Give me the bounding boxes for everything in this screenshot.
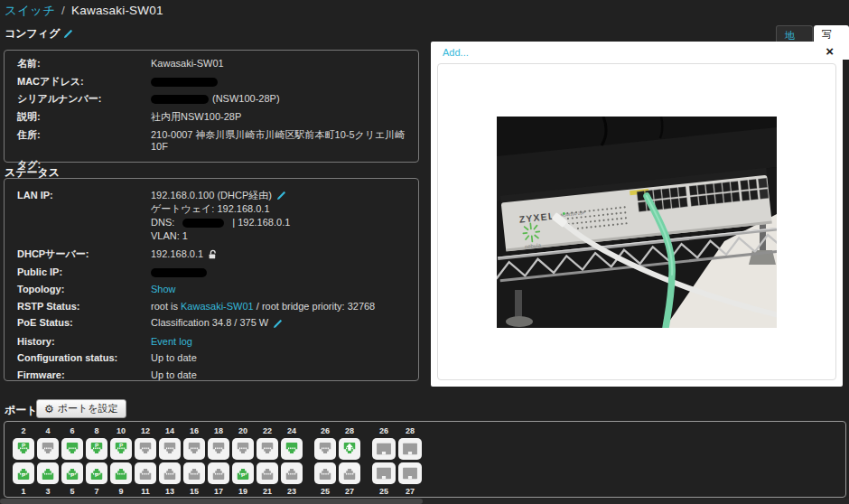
dns-secondary: | 192.168.0.1 [232,217,290,229]
port-number: 19 [238,487,247,496]
field-label: 住所: [17,129,151,154]
ports-section-title: ポート [5,403,38,418]
field-label: Firmware: [17,369,151,382]
port-7-rj45-icon[interactable]: P [86,462,107,484]
field-label: Configuration status: [17,352,151,365]
port-number: 1 [21,487,25,496]
port-number: 28 [406,426,415,435]
port-13-rj45-icon[interactable] [159,462,181,484]
port-12-rj45-icon[interactable] [135,438,156,460]
port-9-rj45-icon[interactable] [110,462,132,484]
breadcrumb-separator: / [61,4,65,17]
field-label: History: [17,336,151,349]
port-15-rj45-icon[interactable] [183,462,205,484]
status-row-config-status: Configuration status: Up to date [17,352,406,365]
port-10-rj45-icon[interactable]: P [110,438,132,460]
port-column: 2PP1 [13,426,34,496]
port-27-rj45-icon[interactable] [339,462,360,484]
port-group-rj45: 2PP1436P58PP710P9121114131615181720P1922… [13,426,303,496]
unlock-icon[interactable] [208,249,219,260]
photo-panel: Add... × ZYXEL NSW100-28P [431,42,843,387]
svg-text:P: P [22,442,25,448]
status-row-poe: PoE Status: Classification 34.8 / 375 W [17,317,406,331]
add-photo-link[interactable]: Add... [443,47,469,58]
poe-status-value: Classification 34.8 / 375 W [151,317,268,330]
port-number: 4 [45,426,50,435]
redacted-dns [182,219,224,228]
port-number: 25 [321,487,330,496]
port-26-rj45-icon[interactable] [314,438,336,460]
configure-ports-button[interactable]: ⚙ ポートを設定 [36,399,126,418]
port-4-rj45-icon[interactable] [37,438,59,460]
port-28-rj45-icon[interactable] [339,438,360,460]
port-number: 22 [263,426,272,435]
field-label: Topology: [17,284,151,296]
config-section-title: コンフィグ [5,26,73,42]
port-column: 2625 [314,426,336,496]
field-label: DHCPサーバー: [17,248,151,262]
topology-show-link[interactable]: Show [151,284,176,294]
port-number: 27 [345,487,354,496]
field-label: LAN IP: [17,190,151,244]
port-2-rj45-icon[interactable]: P [13,438,34,460]
rstp-root-device-link[interactable]: Kawasaki-SW01 [181,301,254,312]
port-18-rj45-icon[interactable] [208,438,229,460]
port-22-rj45-icon[interactable] [257,438,278,460]
port-21-rj45-icon[interactable] [257,462,278,484]
svg-text:P: P [119,442,123,448]
port-23-rj45-icon[interactable] [281,462,303,484]
port-number: 3 [45,487,50,496]
photo-frame: ZYXEL NSW100-28P nebula [437,63,836,380]
port-number: 18 [214,426,223,435]
configure-ports-label: ポートを設定 [58,402,118,415]
svg-text:P: P [95,471,98,478]
edit-config-icon[interactable] [63,29,73,39]
port-number: 10 [117,426,126,435]
port-number: 11 [141,487,150,496]
port-8-rj45-icon[interactable]: P [86,438,107,460]
config-panel: 名前: Kawasaki-SW01 MACアドレス: シリアルナンバー: (NS… [4,50,419,163]
port-number: 5 [70,487,74,496]
scrollbar-thumb[interactable] [0,499,423,504]
port-24-rj45-icon[interactable] [281,438,303,460]
port-19-rj45-icon[interactable]: P [232,462,254,484]
lan-ip-value: 192.168.0.100 (DHCP経由) [151,190,272,202]
breadcrumb: スイッチ/Kawasaki-SW01 [5,3,163,19]
svg-text:P: P [22,471,25,478]
gear-icon: ⚙ [44,404,54,415]
field-label: 説明: [17,111,151,124]
port-16-rj45-icon[interactable] [183,438,205,460]
port-26-sfp-icon[interactable] [372,438,396,460]
port-number: 15 [190,487,199,496]
port-20-rj45-icon[interactable] [232,438,254,460]
port-6-rj45-icon[interactable] [61,438,83,460]
port-number: 28 [345,426,354,435]
field-label: MACアドレス: [17,76,151,89]
port-5-rj45-icon[interactable]: P [61,462,83,484]
svg-text:P: P [241,471,245,478]
config-row-serial: シリアルナンバー: (NSW100-28P) [17,93,406,106]
port-column: 1413 [159,426,181,496]
port-25-sfp-icon[interactable] [372,462,396,484]
port-28-sfp-icon[interactable] [398,438,422,460]
status-row-history: History: Event log [17,336,406,349]
port-27-sfp-icon[interactable] [398,462,422,484]
port-11-rj45-icon[interactable] [135,462,156,484]
event-log-link[interactable]: Event log [151,336,192,347]
port-1-rj45-icon[interactable]: P [13,462,34,484]
serial-model-suffix: (NSW100-28P) [212,93,280,104]
config-row-name: 名前: Kawasaki-SW01 [17,58,406,70]
breadcrumb-switches-link[interactable]: スイッチ [5,4,55,17]
horizontal-scrollbar[interactable] [0,499,849,504]
port-number: 8 [94,426,98,435]
field-label: PoE Status: [17,317,151,331]
port-25-rj45-icon[interactable] [314,462,336,484]
port-column: 6P5 [61,426,83,496]
edit-lan-ip-icon[interactable] [276,191,286,201]
breadcrumb-device-name: Kawasaki-SW01 [71,4,163,17]
edit-poe-icon[interactable] [273,319,283,329]
port-3-rj45-icon[interactable] [37,462,59,484]
port-17-rj45-icon[interactable] [208,462,229,484]
close-icon[interactable]: × [826,43,834,60]
port-14-rj45-icon[interactable] [159,438,181,460]
